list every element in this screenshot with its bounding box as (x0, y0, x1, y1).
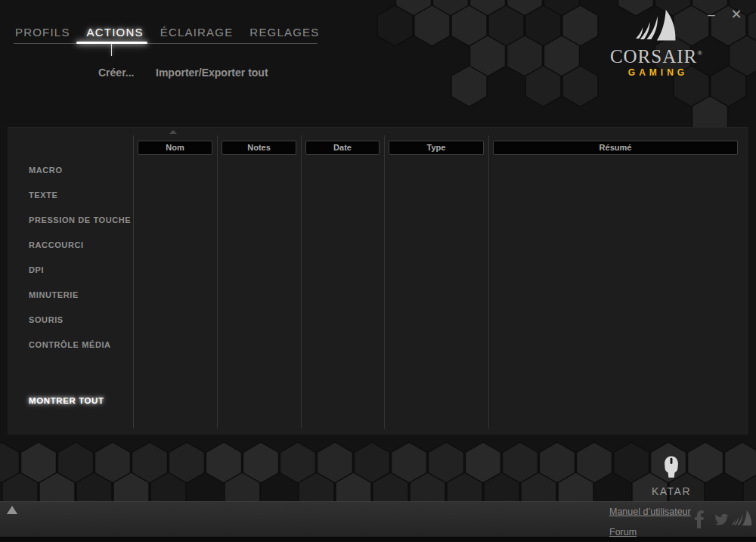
column-divider (488, 135, 489, 429)
sidebar-item-dpi[interactable]: DPI (8, 258, 133, 283)
sidebar-item-raccourci[interactable]: RACCOURCI (8, 233, 133, 258)
nav-divider (14, 43, 318, 44)
bottom-bar: Manuel d’utilisateur Forum (0, 501, 756, 537)
main-nav: PROFILS ACTIONS ÉCLAIRAGE REGLAGES (15, 26, 319, 39)
column-header-type[interactable]: Type (389, 141, 484, 155)
device-name-label: KATAR (649, 485, 694, 497)
registered-mark: ® (697, 49, 702, 57)
corsair-sails-footer-icon[interactable] (732, 510, 752, 527)
device-selector-katar[interactable]: KATAR (649, 452, 694, 497)
sidebar-item-minuterie[interactable]: MINUTERIE (8, 283, 133, 308)
column-divider (301, 135, 302, 429)
column-header-resume[interactable]: Résumé (493, 141, 738, 155)
sidebar-item-pression-de-touche[interactable]: PRESSION DE TOUCHE (8, 208, 133, 233)
forum-link[interactable]: Forum (609, 527, 637, 537)
action-type-sidebar: MACRO TEXTE PRESSION DE TOUCHE RACCOURCI… (8, 128, 133, 435)
sidebar-item-macro[interactable]: MACRO (8, 158, 133, 183)
expand-panel-arrow-icon[interactable] (7, 506, 17, 514)
column-header-date[interactable]: Date (305, 141, 380, 155)
corsair-sails-icon (634, 10, 678, 43)
tab-eclairage[interactable]: ÉCLAIRAGE (160, 26, 234, 39)
menu-item-import-export[interactable]: Importer/Exporter tout (156, 67, 268, 79)
sidebar-item-controle-media[interactable]: CONTRÔLE MÉDIA (8, 333, 133, 358)
column-header-nom[interactable]: Nom (138, 141, 212, 155)
actions-table: Nom Notes Date Type Résumé (133, 128, 748, 435)
window-bottom-edge (0, 537, 756, 542)
tab-profils[interactable]: PROFILS (15, 26, 70, 39)
user-manual-link[interactable]: Manuel d’utilisateur (609, 506, 691, 517)
column-divider (384, 135, 385, 429)
facebook-icon[interactable] (694, 510, 704, 528)
column-divider (217, 135, 218, 429)
content-panel: MACRO TEXTE PRESSION DE TOUCHE RACCOURCI… (8, 127, 748, 435)
active-tab-underline (76, 42, 147, 44)
column-header-notes[interactable]: Notes (222, 141, 296, 155)
tab-reglages[interactable]: REGLAGES (249, 26, 319, 39)
brand-division: GAMING (607, 67, 709, 78)
close-button[interactable]: ✕ (727, 5, 746, 23)
sidebar-item-texte[interactable]: TEXTE (8, 183, 133, 208)
menu-item-create[interactable]: Créer... (98, 67, 134, 79)
active-tab-connector (111, 44, 112, 56)
cue-window: – ✕ PROFILS ACTIONS ÉCLAIRAGE REGLAGES C… (0, 0, 756, 542)
brand-name: CORSAIR® (603, 43, 709, 67)
tab-actions[interactable]: ACTIONS (87, 26, 144, 39)
twitter-icon[interactable] (714, 513, 729, 526)
hexagon-pattern-bottom (0, 435, 756, 501)
sidebar-item-souris[interactable]: SOURIS (8, 308, 133, 333)
sidebar-item-montrer-tout[interactable]: MONTRER TOUT (29, 396, 104, 405)
mouse-icon (662, 452, 681, 482)
sort-ascending-icon (169, 130, 177, 134)
corsair-logo: CORSAIR® GAMING (603, 10, 709, 78)
